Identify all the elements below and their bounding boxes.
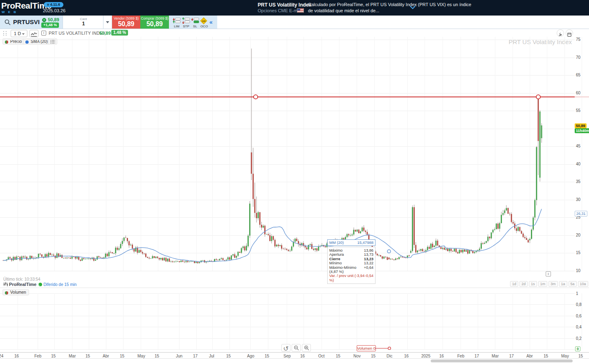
price-axis-label: 20 xyxy=(576,233,588,237)
sell-label: Vender (5089 $) xyxy=(112,16,140,20)
volume-axis-label: 0,6 xyxy=(576,314,588,318)
legend-volume-chip[interactable]: Volumen xyxy=(2,289,29,295)
timeframe-shortcut-5a[interactable]: 5a xyxy=(569,281,577,287)
time-axis-label: Jun xyxy=(176,354,182,358)
chart-change-badge: 1.48 % xyxy=(111,30,128,36)
time-axis-label: 15 xyxy=(544,354,548,358)
version-badge: v 4.11.6 xyxy=(44,2,63,7)
time-axis-label: 16 xyxy=(404,354,409,358)
zoom-in-button[interactable] xyxy=(302,344,311,352)
chart-type-button[interactable] xyxy=(29,30,38,37)
order-type-stp-button[interactable]: STP xyxy=(182,18,191,28)
sma-value-axis-badge: 26,31 xyxy=(575,211,587,217)
timeframe-shortcuts: 1d2d1s1m3m1a5a10a xyxy=(510,281,588,287)
horizontal-scrollbar-thumb[interactable] xyxy=(431,360,573,362)
zoom-out-icon xyxy=(294,345,299,351)
price-axis-label: 30 xyxy=(576,197,588,202)
timeframe-shortcut-1a[interactable]: 1a xyxy=(559,281,567,287)
quantity-dropdown-button[interactable] xyxy=(103,16,112,29)
quantity-stepper: − Cant 1 + xyxy=(63,16,103,29)
price-axis-label: 40 xyxy=(576,162,588,166)
provider-name: ProRealTime xyxy=(9,282,36,287)
lim-label: LIM xyxy=(172,25,181,28)
header-date: 2025.03.26 xyxy=(43,8,65,13)
pane-separator[interactable] xyxy=(0,288,589,288)
chart-window-button[interactable] xyxy=(566,29,573,37)
last-tick-status: Último tick: 10:33:54 xyxy=(3,277,40,281)
order-type-lim-button[interactable]: LIM xyxy=(172,18,181,28)
volume-axis-label: 0,4 xyxy=(576,325,588,329)
quantity-value[interactable]: 1 xyxy=(63,21,104,27)
time-axis-label: 16 xyxy=(439,354,444,358)
tooltip-row: Mínimo13,22 xyxy=(329,261,373,265)
oco-diamond-icon: OR xyxy=(200,18,207,25)
sl-label: SL xyxy=(191,25,200,28)
delay-label[interactable]: Diferido de 15 min xyxy=(43,282,76,287)
timeframe-shortcut-1d[interactable]: 1d xyxy=(510,281,518,287)
symbol-label[interactable]: PRTUSVI xyxy=(13,18,40,25)
tooltip-row: Var. / prev unit (-3,94 %)-0,54 xyxy=(329,274,373,282)
timeframe-dropdown[interactable]: 1 D xyxy=(11,30,27,37)
candlestick-chart[interactable] xyxy=(0,37,589,352)
time-axis-label: 15 xyxy=(578,354,583,358)
timeframe-shortcut-1s[interactable]: 1s xyxy=(529,281,537,287)
change-badge: +1,48 % xyxy=(41,22,59,28)
globe-icon xyxy=(38,283,42,286)
app-logo-web: W E B xyxy=(2,10,17,14)
sl-order-icon xyxy=(191,18,199,24)
timeframe-value: 1 D xyxy=(14,31,21,36)
price-axis-label: 45 xyxy=(576,144,588,148)
us-flag-icon xyxy=(297,8,304,13)
sma-tooltip-label: MM (20) xyxy=(329,240,344,245)
timeframe-shortcut-2d[interactable]: 2d xyxy=(519,281,528,287)
time-axis[interactable]: 202416Feb15Mar15Abr15May15Jun17Jul15Ago1… xyxy=(0,352,589,359)
instrument-title: PRT US Volatility Index xyxy=(258,2,311,8)
info-icon[interactable]: i xyxy=(41,31,46,36)
time-axis-label: 15 xyxy=(120,354,124,358)
sell-price: 50,89 xyxy=(112,20,140,28)
time-axis-label: 15 xyxy=(155,354,159,358)
volume-axis-label: 1 xyxy=(576,291,588,296)
collapse-panel-button[interactable]: « xyxy=(209,19,213,25)
sell-button[interactable]: Vender (5089 $) 50,89 xyxy=(112,16,140,29)
chevron-down-icon[interactable] xyxy=(409,4,416,10)
timeframe-shortcut-3m[interactable]: 3m xyxy=(549,281,558,287)
stp-label: STP xyxy=(182,25,191,28)
proRealTime-app: ProRealTime W E B v 4.11.6 2025.03.26 PR… xyxy=(0,0,589,364)
search-icon[interactable] xyxy=(4,19,11,25)
instrument-subtitle: Opciones CME E-mini xyxy=(258,8,302,13)
time-axis-label: Sep xyxy=(283,354,291,358)
trade-bar: PRTUSVI 50,89 +1,48 % − Cant 1 + Vender … xyxy=(0,16,589,29)
chart-info-button[interactable]: i xyxy=(546,271,551,277)
oco-label: OCO xyxy=(200,25,209,28)
order-type-sl-button[interactable]: SL xyxy=(191,18,200,28)
legend-volume-label: Volumen xyxy=(10,290,26,295)
chart-settings-button[interactable] xyxy=(557,29,564,37)
time-axis-label: Nov xyxy=(353,354,361,358)
quantity-label: Cant xyxy=(63,17,104,21)
time-axis-label: Feb xyxy=(34,354,41,358)
chart-type-icon xyxy=(31,32,37,37)
volume-marker-box[interactable]: Volumen 0 xyxy=(357,345,376,351)
time-axis-label: 15 xyxy=(85,354,90,358)
sma-tooltip-value: 15,47988 xyxy=(357,240,373,245)
zoom-out-button[interactable] xyxy=(292,344,301,352)
ohlc-tooltip: Máximo13,86Apertura13,73Cierre13,23Mínim… xyxy=(327,247,375,284)
drag-handle-icon[interactable] xyxy=(3,31,7,36)
timeframe-shortcut-1m[interactable]: 1m xyxy=(538,281,548,287)
window-icon xyxy=(567,33,571,37)
timeframe-shortcut-10a[interactable]: 10a xyxy=(578,281,588,287)
order-type-oco-button[interactable]: OR OCO xyxy=(200,18,209,28)
time-axis-label: 15 xyxy=(226,354,231,358)
price-axis-label: 70 xyxy=(576,55,588,60)
zoom-in-icon xyxy=(304,345,309,351)
instrument-coin-icon xyxy=(42,18,46,22)
buy-button[interactable]: Comprar (5089 $) 50,89 xyxy=(140,16,169,29)
price-axis-label: 55 xyxy=(576,108,588,113)
chart-last-price: 50,89 xyxy=(99,31,111,36)
volume-zero-badge: 0 xyxy=(575,346,580,351)
price-axis-label: 10 xyxy=(576,268,588,273)
mini-candles-icon xyxy=(3,282,8,286)
reset-zoom-button[interactable]: ↺ xyxy=(281,344,290,352)
time-axis-label: 15 xyxy=(336,354,340,358)
